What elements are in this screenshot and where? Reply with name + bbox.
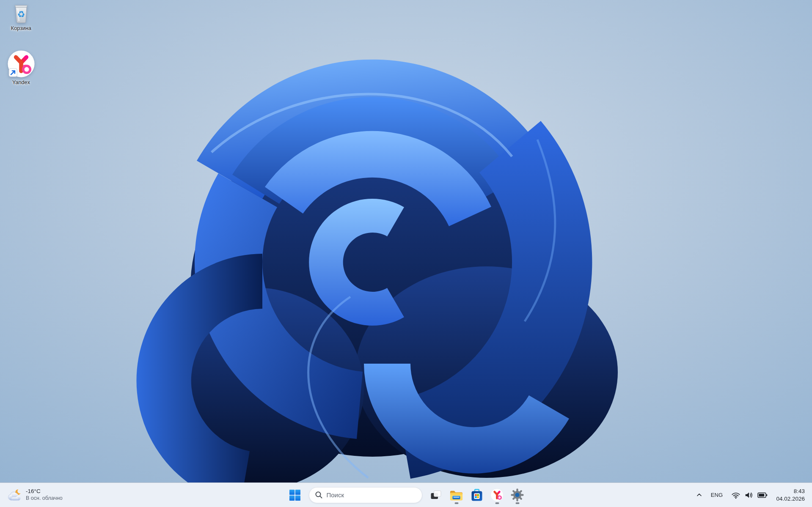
task-view-button[interactable] <box>427 485 445 505</box>
svg-text:♻: ♻ <box>17 9 25 19</box>
start-button[interactable] <box>286 485 304 505</box>
desktop-icon-label: Yandex <box>12 79 30 85</box>
tray-overflow-button[interactable] <box>692 486 706 504</box>
weather-temperature: -16°C <box>26 488 41 495</box>
tray-time: 8:43 <box>794 488 805 495</box>
taskbar-center <box>286 483 526 507</box>
language-indicator[interactable]: ENG <box>707 486 727 504</box>
file-explorer-button[interactable] <box>448 485 465 505</box>
volume-icon <box>744 491 754 499</box>
task-view-icon <box>430 490 442 500</box>
language-label: ENG <box>711 492 723 498</box>
desktop-icon-yandex[interactable]: Yandex <box>3 50 39 85</box>
settings-button[interactable] <box>509 485 526 505</box>
chevron-up-icon <box>696 492 702 498</box>
yandex-icon <box>490 488 504 502</box>
search-input[interactable] <box>327 491 413 499</box>
running-indicator <box>515 502 519 504</box>
battery-icon <box>757 491 768 499</box>
clock[interactable]: 8:43 04.02.2026 <box>772 486 809 504</box>
taskbar: -16°C В осн. облачно <box>0 482 812 507</box>
store-icon <box>471 488 483 502</box>
weather-condition: В осн. облачно <box>26 495 63 502</box>
shortcut-arrow-icon <box>9 69 17 77</box>
windows-logo-icon <box>289 489 301 501</box>
desktop-icon-label: Корзина <box>11 25 31 31</box>
folder-icon <box>449 489 463 502</box>
desktop-icon-recycle-bin[interactable]: ♻ Корзина <box>3 3 39 31</box>
wallpaper-bloom <box>0 0 812 482</box>
weather-widget[interactable]: -16°C В осн. облачно <box>2 485 68 505</box>
quick-settings-button[interactable] <box>727 486 771 504</box>
tray-date: 04.02.2026 <box>776 495 805 503</box>
gear-icon <box>511 488 524 502</box>
desktop: ♻ Корзина Yandex <box>0 0 812 507</box>
system-tray: ENG <box>692 485 809 505</box>
microsoft-store-button[interactable] <box>468 485 486 505</box>
recycle-bin-icon: ♻ <box>11 3 31 24</box>
wifi-icon <box>731 491 740 499</box>
running-indicator <box>495 502 499 504</box>
yandex-browser-button[interactable] <box>488 485 506 505</box>
yandex-icon <box>7 50 35 78</box>
search-icon <box>315 491 323 499</box>
running-indicator <box>454 502 458 504</box>
taskbar-search[interactable] <box>309 487 422 503</box>
moon-cloud-icon <box>7 488 22 502</box>
